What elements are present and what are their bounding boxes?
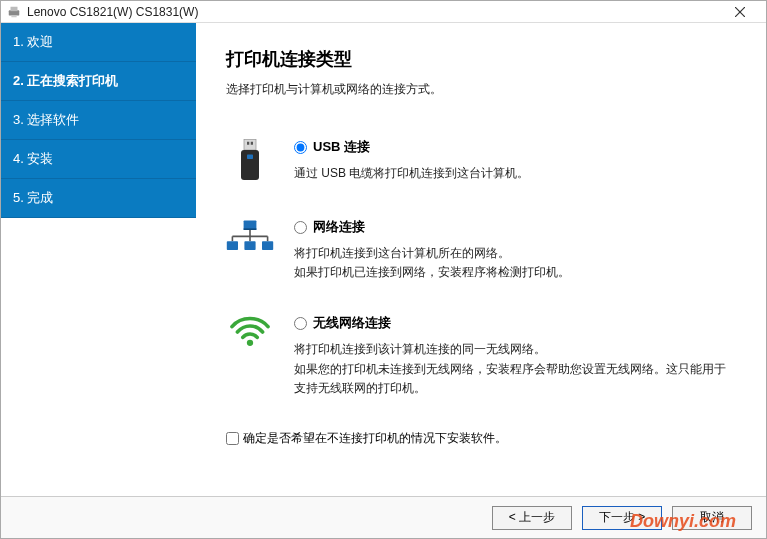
sidebar-item-searching[interactable]: 2. 正在搜索打印机: [1, 62, 196, 101]
sidebar-item-finish[interactable]: 5. 完成: [1, 179, 196, 218]
svg-rect-17: [227, 241, 238, 250]
usb-icon: [226, 138, 274, 186]
install-without-printer-row: 确定是否希望在不连接打印机的情况下安装软件。: [226, 430, 736, 447]
body: 1. 欢迎 2. 正在搜索打印机 3. 选择软件 4. 安装 5. 完成 打印机…: [1, 23, 766, 496]
desc-network: 将打印机连接到这台计算机所在的网络。如果打印机已连接到网络，安装程序将检测打印机…: [294, 244, 736, 282]
install-without-printer-checkbox[interactable]: [226, 432, 239, 445]
svg-rect-7: [251, 142, 253, 145]
wifi-icon: [226, 314, 274, 362]
svg-rect-18: [244, 241, 255, 250]
sidebar-item-select-software[interactable]: 3. 选择软件: [1, 101, 196, 140]
radio-usb[interactable]: [294, 141, 307, 154]
desc-usb: 通过 USB 电缆将打印机连接到这台计算机。: [294, 164, 736, 183]
back-button[interactable]: < 上一步: [492, 506, 572, 530]
svg-rect-1: [11, 6, 18, 10]
svg-rect-6: [247, 142, 249, 145]
option-network: 网络连接 将打印机连接到这台计算机所在的网络。如果打印机已连接到网络，安装程序将…: [226, 218, 736, 282]
option-network-body: 网络连接 将打印机连接到这台计算机所在的网络。如果打印机已连接到网络，安装程序将…: [294, 218, 736, 282]
cancel-button[interactable]: 取消: [672, 506, 752, 530]
installer-window: Lenovo CS1821(W) CS1831(W) 1. 欢迎 2. 正在搜索…: [0, 0, 767, 539]
sidebar: 1. 欢迎 2. 正在搜索打印机 3. 选择软件 4. 安装 5. 完成: [1, 23, 196, 496]
sidebar-item-install[interactable]: 4. 安装: [1, 140, 196, 179]
install-without-printer-label[interactable]: 确定是否希望在不连接打印机的情况下安装软件。: [243, 430, 507, 447]
svg-point-20: [247, 340, 253, 346]
app-icon: [7, 5, 21, 19]
radio-network[interactable]: [294, 221, 307, 234]
page-heading: 打印机连接类型: [226, 47, 736, 71]
label-network[interactable]: 网络连接: [313, 218, 365, 236]
option-usb: USB 连接 通过 USB 电缆将打印机连接到这台计算机。: [226, 138, 736, 186]
sidebar-item-welcome[interactable]: 1. 欢迎: [1, 23, 196, 62]
footer: < 上一步 下一步 > 取消 Downyi.com: [1, 496, 766, 538]
option-wireless-body: 无线网络连接 将打印机连接到该计算机连接的同一无线网络。如果您的打印机未连接到无…: [294, 314, 736, 398]
page-subtitle: 选择打印机与计算机或网络的连接方式。: [226, 81, 736, 98]
main-panel: 打印机连接类型 选择打印机与计算机或网络的连接方式。 US: [196, 23, 766, 496]
radio-wireless[interactable]: [294, 317, 307, 330]
network-icon: [226, 218, 274, 266]
label-usb[interactable]: USB 连接: [313, 138, 370, 156]
svg-rect-2: [11, 15, 16, 17]
svg-rect-19: [262, 241, 273, 250]
titlebar: Lenovo CS1821(W) CS1831(W): [1, 1, 766, 23]
option-wireless: 无线网络连接 将打印机连接到该计算机连接的同一无线网络。如果您的打印机未连接到无…: [226, 314, 736, 398]
svg-rect-11: [244, 228, 257, 230]
close-button[interactable]: [720, 2, 760, 22]
label-wireless[interactable]: 无线网络连接: [313, 314, 391, 332]
close-icon: [735, 7, 745, 17]
desc-wireless: 将打印机连接到该计算机连接的同一无线网络。如果您的打印机未连接到无线网络，安装程…: [294, 340, 736, 398]
window-title: Lenovo CS1821(W) CS1831(W): [27, 5, 720, 19]
svg-rect-5: [244, 140, 256, 151]
next-button[interactable]: 下一步 >: [582, 506, 662, 530]
svg-rect-9: [247, 155, 253, 160]
option-usb-body: USB 连接 通过 USB 电缆将打印机连接到这台计算机。: [294, 138, 736, 186]
